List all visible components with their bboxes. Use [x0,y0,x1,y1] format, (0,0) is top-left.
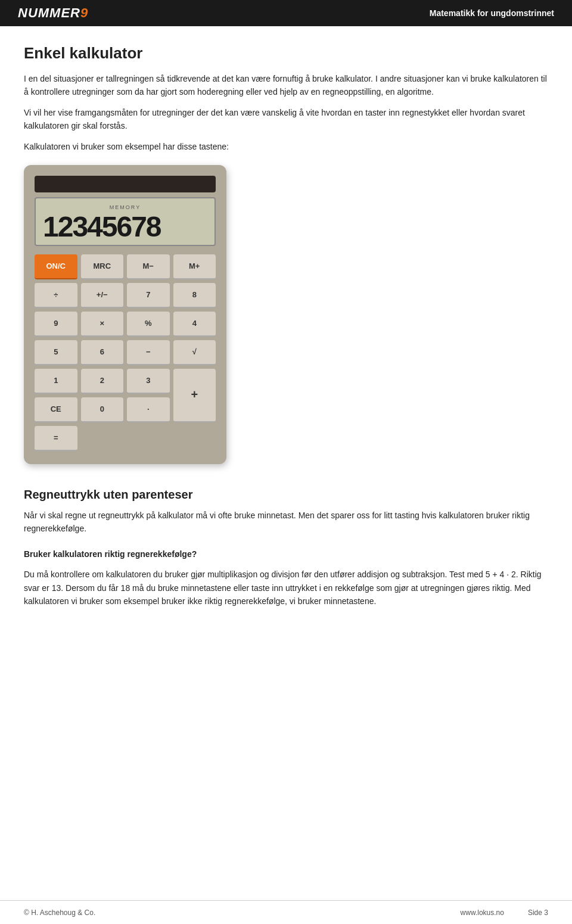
calc-display: MEMORY 12345678 [35,197,216,246]
calc-btn-7[interactable]: 7 [127,283,170,308]
section1-paragraph1: Når vi skal regne ut regneuttrykk på kal… [24,509,548,536]
calc-btn-dot[interactable]: · [127,397,170,422]
section2-paragraph1: Du må kontrollere om kalkulatoren du bru… [24,568,548,608]
footer-copyright: © H. Aschehoug & Co. [24,909,95,917]
footer-page: Side 3 [528,909,548,917]
paragraph1: I en del situasjoner er tallregningen så… [24,72,548,99]
page-title: Enkel kalkulator [24,44,548,63]
calc-btn-3[interactable]: 3 [127,369,170,394]
calc-btn-mrc[interactable]: MRC [81,254,124,279]
calc-btn-multiply[interactable]: × [81,312,124,337]
logo-nummer: NUMMER [18,5,80,21]
calc-btn-0[interactable]: 0 [81,397,124,422]
logo: NUMMER 9 [18,5,88,21]
calc-buttons: ON/C MRC M− M+ ÷ +/− 7 8 9 × % 4 5 6 − √… [35,254,216,451]
paragraph3: Kalkulatoren vi bruker som eksempel har … [24,140,548,153]
calc-btn-1[interactable]: 1 [35,369,77,394]
calc-btn-4[interactable]: 4 [173,312,216,337]
header: NUMMER 9 Matematikk for ungdomstrinnet [0,0,572,26]
calc-memory-label: MEMORY [43,204,207,210]
calculator-body: MEMORY 12345678 ON/C MRC M− M+ ÷ +/− 7 8… [24,165,226,464]
section2-title-text: Bruker kalkulatoren riktig regnerekkeføl… [24,547,548,561]
calc-display-number: 12345678 [43,213,207,241]
calc-btn-subtract[interactable]: − [127,340,170,365]
calc-btn-6[interactable]: 6 [81,340,124,365]
calculator-illustration: MEMORY 12345678 ON/C MRC M− M+ ÷ +/− 7 8… [24,165,548,464]
calc-btn-divide[interactable]: ÷ [35,283,77,308]
footer-right: www.lokus.no Side 3 [461,909,548,917]
footer-website: www.lokus.no [461,909,504,917]
section1-title: Regneuttrykk uten parenteser [24,488,548,502]
calc-btn-5[interactable]: 5 [35,340,77,365]
calc-btn-mplus[interactable]: M+ [173,254,216,279]
calc-btn-8[interactable]: 8 [173,283,216,308]
footer: © H. Aschehoug & Co. www.lokus.no Side 3 [0,900,572,924]
calc-btn-equals[interactable]: = [35,426,77,451]
section2-title: Bruker kalkulatoren riktig regnerekkeføl… [24,549,197,559]
calc-btn-sqrt[interactable]: √ [173,340,216,365]
calc-btn-ce[interactable]: CE [35,397,77,422]
calc-btn-percent[interactable]: % [127,312,170,337]
calc-btn-plus[interactable]: + [173,369,216,422]
calc-btn-plusminus[interactable]: +/− [81,283,124,308]
logo-9: 9 [80,5,88,21]
main-content: Enkel kalkulator I en del situasjoner er… [0,26,572,639]
calc-btn-mminus[interactable]: M− [127,254,170,279]
calc-btn-2[interactable]: 2 [81,369,124,394]
calc-btn-onc[interactable]: ON/C [35,254,77,279]
paragraph2: Vi vil her vise framgangsmåten for utreg… [24,106,548,133]
calc-btn-9[interactable]: 9 [35,312,77,337]
header-subtitle: Matematikk for ungdomstrinnet [430,8,554,18]
calc-top-bar [35,176,216,192]
